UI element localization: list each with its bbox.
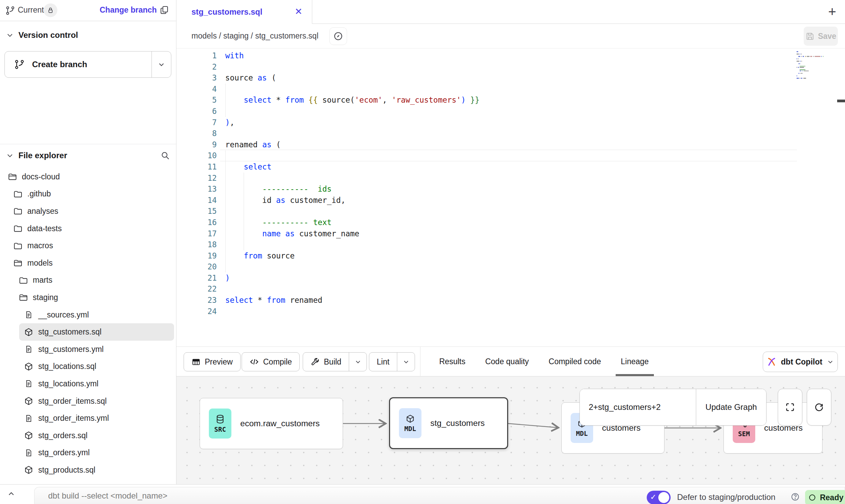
- branch-lock-badge: [44, 3, 57, 17]
- code-line[interactable]: renamed as (: [225, 139, 831, 150]
- cube-icon: [24, 431, 33, 440]
- code-line[interactable]: source as (: [225, 72, 831, 84]
- compile-label: Compile: [263, 357, 292, 367]
- lineage-controls: Update Graph: [579, 389, 831, 426]
- tab-compiled-code[interactable]: Compiled code: [549, 347, 601, 376]
- line-number: 21: [176, 272, 217, 284]
- code-line[interactable]: ---------- text: [225, 217, 831, 228]
- code-line[interactable]: [225, 306, 831, 317]
- file-tree-item-analyses[interactable]: analyses: [0, 203, 176, 220]
- file-tree-item-stg-locations-sql[interactable]: stg_locations.sql: [0, 358, 176, 375]
- file-label: analyses: [27, 207, 58, 216]
- tab-code-quality[interactable]: Code quality: [485, 347, 529, 376]
- file-label: docs-cloud: [22, 172, 60, 181]
- file-tree-item-stg-order-items-sql[interactable]: stg_order_items.sql: [0, 392, 176, 410]
- version-control-header[interactable]: Version control: [0, 27, 78, 44]
- tab-stg-customers[interactable]: stg_customers.sql ✕: [176, 0, 312, 24]
- search-icon[interactable]: [160, 151, 170, 160]
- file-tree-item-marts[interactable]: marts: [0, 272, 176, 289]
- file-tree-item-macros[interactable]: macros: [0, 237, 176, 254]
- file-label: stg_products.sql: [38, 465, 95, 475]
- minimap[interactable]: [796, 50, 836, 83]
- lineage-panel[interactable]: SRCecom.raw_customersMDLstg_customersMDL…: [176, 376, 845, 484]
- sidebar-divider: [0, 144, 176, 144]
- file-tree-item-staging[interactable]: staging: [0, 289, 176, 306]
- lint-label: Lint: [377, 357, 389, 367]
- help-icon[interactable]: [790, 492, 800, 502]
- tab-lineage[interactable]: Lineage: [621, 347, 649, 376]
- file-tree-item-models[interactable]: models: [0, 254, 176, 272]
- fullscreen-button[interactable]: [778, 389, 802, 426]
- node-name: ecom.raw_customers: [240, 419, 320, 428]
- code-editor[interactable]: 123456789101112131415161718192021222324 …: [176, 48, 845, 346]
- file-tree-item-data-tests[interactable]: data-tests: [0, 220, 176, 237]
- code-line[interactable]: [225, 128, 831, 139]
- file-tree-item-stg-orders-sql[interactable]: stg_orders.sql: [0, 427, 176, 444]
- close-icon[interactable]: ✕: [295, 6, 302, 17]
- update-graph-button[interactable]: Update Graph: [696, 389, 766, 425]
- code-line[interactable]: [225, 261, 831, 272]
- line-number: 8: [176, 128, 217, 139]
- file-tree-item-stg-customers-yml[interactable]: stg_customers.yml: [0, 341, 176, 358]
- preview-button[interactable]: Preview: [184, 352, 241, 371]
- build-button[interactable]: Build: [303, 352, 367, 371]
- code-line[interactable]: id as customer_id,: [225, 195, 831, 206]
- branch-header: Current Change branch: [0, 0, 176, 21]
- file-tree-item--github[interactable]: .github: [0, 186, 176, 203]
- code-line[interactable]: select: [225, 161, 831, 173]
- lineage-node-ecom-raw-customers[interactable]: SRCecom.raw_customers: [200, 398, 343, 449]
- lint-button[interactable]: Lint: [369, 352, 415, 371]
- file-tree-item--sources-yml[interactable]: __sources.yml: [0, 306, 176, 324]
- defer-toggle[interactable]: ✓: [647, 491, 671, 504]
- code-line[interactable]: [225, 84, 831, 95]
- save-button[interactable]: Save: [804, 27, 838, 46]
- lint-dropdown[interactable]: [397, 353, 415, 371]
- file-label: models: [27, 258, 53, 268]
- code-line[interactable]: ),: [225, 117, 831, 128]
- change-branch-link[interactable]: Change branch: [100, 5, 157, 15]
- code-line[interactable]: [225, 283, 831, 295]
- line-number: 5: [176, 94, 217, 106]
- create-branch-dropdown[interactable]: [152, 51, 171, 77]
- code-line[interactable]: [225, 150, 831, 161]
- copy-icon[interactable]: [159, 5, 169, 15]
- lineage-selector-input[interactable]: [580, 389, 696, 425]
- line-number: 16: [176, 217, 217, 228]
- code-line[interactable]: with: [225, 50, 831, 61]
- file-label: marts: [33, 276, 53, 285]
- file-tree-item-docs-cloud[interactable]: docs-cloud: [0, 168, 176, 186]
- folder-icon: [13, 224, 23, 233]
- compile-button[interactable]: Compile: [242, 352, 300, 371]
- file-tree-item-stg-locations-yml[interactable]: stg_locations.yml: [0, 375, 176, 392]
- dbt-copilot-button[interactable]: dbt Copilot: [763, 352, 838, 372]
- file-explorer-header[interactable]: File explorer: [0, 147, 176, 164]
- code-line[interactable]: [225, 106, 831, 117]
- code-line[interactable]: [225, 206, 831, 217]
- code-line[interactable]: [225, 239, 831, 250]
- new-tab-button[interactable]: +: [828, 5, 836, 18]
- file-tree-item-stg-orders-yml[interactable]: stg_orders.yml: [0, 444, 176, 462]
- command-bar: ✓ Defer to staging/production Ready •••: [34, 487, 845, 504]
- lineage-node-stg-customers[interactable]: MDLstg_customers: [389, 397, 508, 449]
- code-line[interactable]: select * from renamed: [225, 295, 831, 306]
- code-line[interactable]: [225, 173, 831, 184]
- scrollbar-thumb[interactable]: [837, 100, 845, 102]
- file-tree-item-stg-order-items-yml[interactable]: stg_order_items.yml: [0, 410, 176, 427]
- code-line[interactable]: from source: [225, 250, 831, 262]
- command-input[interactable]: [48, 489, 560, 502]
- refresh-button[interactable]: [807, 389, 831, 426]
- file-health-button[interactable]: [329, 27, 347, 45]
- status-badge: Ready: [805, 490, 845, 504]
- create-branch-button[interactable]: Create branch: [4, 51, 171, 78]
- code-line[interactable]: ---------- ids: [225, 183, 831, 195]
- tab-results[interactable]: Results: [439, 347, 466, 376]
- code-line[interactable]: name as customer_name: [225, 228, 831, 239]
- file-tree-item-stg-customers-sql[interactable]: stg_customers.sql: [19, 323, 174, 341]
- code-line[interactable]: [225, 61, 831, 73]
- file-tree-item-stg-products-sql[interactable]: stg_products.sql: [0, 461, 176, 479]
- code-line[interactable]: ): [225, 272, 831, 284]
- code-line[interactable]: select * from {{ source('ecom', 'raw_cus…: [225, 94, 831, 106]
- build-dropdown[interactable]: [349, 353, 367, 371]
- chevron-up-icon[interactable]: [7, 489, 16, 498]
- dbt-cloud-ide: Current Change branch Version control Cr…: [0, 0, 845, 504]
